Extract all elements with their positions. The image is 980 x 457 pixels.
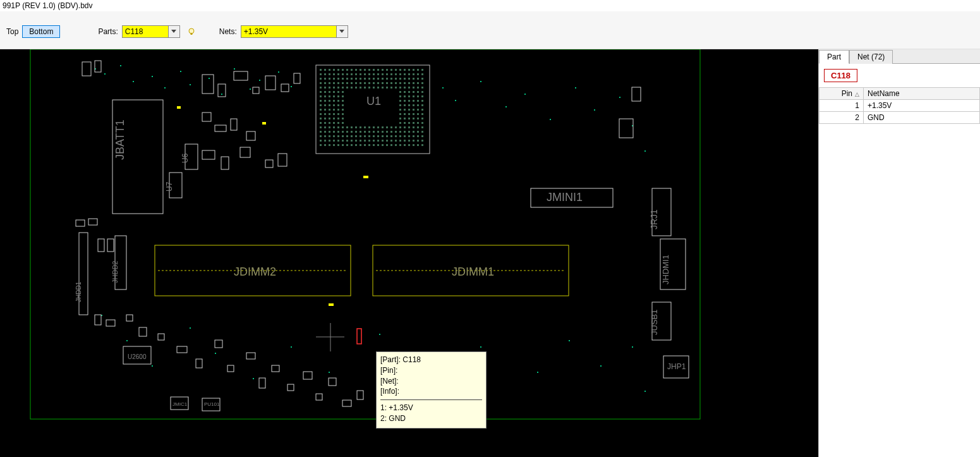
svg-rect-279 (417, 104, 419, 106)
svg-rect-50 (88, 219, 97, 225)
pin-table: Pin△ NetName 1+1.35V2GND (819, 87, 980, 124)
svg-rect-377 (320, 135, 322, 137)
tab-part[interactable]: Part (819, 50, 849, 64)
chevron-down-icon[interactable] (336, 26, 348, 37)
svg-rect-437 (373, 144, 375, 146)
svg-rect-144 (351, 73, 353, 75)
svg-rect-422 (413, 140, 414, 142)
svg-rect-261 (337, 100, 339, 102)
svg-rect-301 (408, 113, 410, 115)
svg-rect-403 (329, 140, 330, 142)
svg-rect-290 (413, 109, 414, 111)
svg-rect-21 (480, 81, 481, 82)
lightbulb-icon[interactable] (186, 27, 197, 37)
svg-rect-341 (373, 126, 375, 128)
svg-rect-55 (202, 75, 214, 94)
side-panel: Part Net (72) C118 Pin△ NetName 1+1.35V2… (818, 49, 980, 457)
svg-rect-238 (342, 91, 344, 93)
svg-rect-246 (324, 95, 326, 97)
svg-rect-407 (346, 140, 348, 142)
svg-rect-234 (324, 91, 326, 93)
svg-rect-42 (569, 340, 570, 341)
svg-rect-317 (320, 122, 322, 124)
svg-rect-178 (395, 78, 397, 80)
svg-rect-58 (253, 87, 259, 94)
svg-rect-243 (417, 91, 419, 93)
svg-rect-156 (404, 73, 406, 75)
svg-rect-275 (399, 104, 401, 106)
pcb-canvas[interactable]: U1 JBATT1 U6 U7 JMINI1 JRJ1 JHDMI1 JUSB1… (0, 49, 818, 457)
svg-rect-16 (259, 80, 260, 81)
svg-rect-151 (382, 73, 384, 75)
col-netname[interactable]: NetName (864, 88, 980, 100)
svg-rect-232 (421, 87, 423, 88)
svg-rect-408 (351, 140, 353, 142)
svg-rect-219 (364, 87, 366, 88)
nets-input[interactable] (241, 26, 336, 37)
svg-rect-333 (337, 126, 339, 128)
svg-rect-242 (413, 91, 414, 93)
svg-rect-254 (413, 95, 414, 97)
svg-rect-347 (399, 126, 401, 128)
svg-rect-349 (408, 126, 410, 128)
svg-rect-401 (320, 140, 322, 142)
svg-rect-2 (30, 49, 700, 419)
svg-rect-440 (386, 144, 388, 146)
parts-combo[interactable] (122, 25, 180, 38)
svg-rect-264 (404, 100, 406, 102)
svg-rect-10 (180, 71, 181, 72)
svg-rect-49 (76, 220, 85, 226)
svg-rect-24 (550, 119, 551, 120)
svg-rect-111 (363, 176, 368, 178)
svg-rect-439 (382, 144, 384, 146)
svg-rect-208 (421, 82, 423, 84)
tooltip-net-label: [Net]: (380, 377, 399, 386)
svg-rect-311 (399, 118, 401, 119)
svg-rect-272 (333, 104, 335, 106)
svg-rect-211 (329, 87, 330, 88)
svg-rect-415 (382, 140, 384, 142)
svg-rect-296 (333, 113, 335, 115)
svg-rect-352 (421, 126, 423, 128)
tab-net[interactable]: Net (72) (849, 50, 893, 64)
label-JRJ1: JRJ1 (649, 209, 659, 229)
bottom-button[interactable]: Bottom (22, 25, 60, 38)
svg-rect-157 (408, 73, 410, 75)
chevron-down-icon[interactable] (168, 26, 179, 37)
svg-rect-298 (342, 113, 344, 115)
parts-input[interactable] (123, 26, 168, 37)
svg-rect-218 (360, 87, 361, 88)
svg-rect-231 (417, 87, 419, 88)
svg-rect-145 (355, 73, 357, 75)
svg-rect-376 (421, 131, 423, 133)
svg-rect-327 (417, 122, 419, 124)
table-row[interactable]: 2GND (820, 112, 980, 124)
svg-rect-190 (342, 82, 344, 84)
svg-rect-7 (133, 81, 134, 82)
svg-rect-180 (404, 78, 406, 80)
svg-rect-207 (417, 82, 419, 84)
svg-rect-22 (505, 106, 507, 107)
label-JHDD2: JHDD2 (111, 261, 119, 283)
svg-rect-271 (329, 104, 330, 106)
svg-rect-320 (333, 122, 335, 124)
svg-rect-191 (346, 82, 348, 84)
label-U7: U7 (165, 181, 174, 192)
svg-rect-281 (320, 109, 322, 111)
col-pin[interactable]: Pin△ (820, 88, 864, 100)
table-row[interactable]: 1+1.35V (820, 100, 980, 112)
svg-rect-91 (259, 378, 265, 388)
label-JMIC1: JMIC1 (172, 401, 188, 407)
svg-rect-97 (342, 400, 351, 406)
tooltip-info-label: [Info]: (380, 387, 399, 396)
svg-rect-100 (632, 87, 641, 101)
svg-rect-199 (382, 82, 384, 84)
svg-rect-233 (320, 91, 322, 93)
svg-rect-36 (291, 346, 292, 348)
svg-rect-177 (390, 78, 392, 80)
nets-combo[interactable] (241, 25, 348, 38)
svg-point-0 (189, 28, 194, 34)
svg-rect-43 (600, 365, 602, 367)
svg-rect-282 (324, 109, 326, 111)
svg-rect-332 (333, 126, 335, 128)
